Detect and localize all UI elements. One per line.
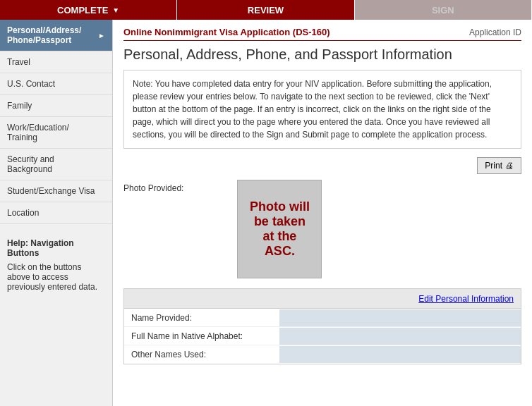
sidebar-item-security-label: Security andBackground [7, 154, 54, 174]
print-label: Print [485, 161, 502, 171]
photo-placeholder: Photo will be taken at the ASC. [237, 180, 322, 278]
step-review-label: REVIEW [248, 5, 284, 16]
main-layout: Personal/Address/Phone/Passport ► Travel… [0, 20, 532, 406]
sidebar-item-location-label: Location [7, 208, 39, 218]
sidebar-help: Help: Navigation Buttons Click on the bu… [0, 231, 112, 299]
progress-bar: COMPLETE ▼ REVIEW SIGN [0, 0, 532, 20]
step-sign[interactable]: SIGN [355, 0, 532, 20]
sidebar-item-family-label: Family [7, 101, 32, 111]
print-button[interactable]: Print 🖨 [477, 157, 521, 174]
sidebar-item-student-label: Student/Exchange Visa [7, 186, 95, 196]
sidebar-item-travel[interactable]: Travel [0, 51, 112, 73]
sidebar-item-travel-label: Travel [7, 57, 30, 67]
help-label: Help: [7, 238, 28, 248]
sidebar-item-personal-label: Personal/Address/Phone/Passport [7, 25, 81, 45]
print-area: Print 🖨 [123, 157, 521, 174]
note-text: Note: You have completed data entry for … [133, 79, 492, 140]
sidebar-item-work-education[interactable]: Work/Education/Training [0, 117, 112, 149]
help-description: Click on the buttons above to access pre… [7, 262, 105, 292]
step-review[interactable]: REVIEW [177, 0, 354, 20]
photo-placeholder-text: Photo will be taken at the ASC. [250, 199, 310, 259]
application-id-label: Application ID [469, 27, 521, 37]
sidebar-item-us-contact[interactable]: U.S. Contact [0, 73, 112, 95]
sidebar-item-personal-address[interactable]: Personal/Address/Phone/Passport ► [0, 20, 112, 51]
sidebar: Personal/Address/Phone/Passport ► Travel… [0, 20, 113, 406]
help-title: Help: Navigation Buttons [7, 238, 105, 258]
name-provided-label: Name Provided: [124, 310, 279, 326]
name-provided-value [279, 309, 521, 326]
app-title: Online Nonimmigrant Visa Application (DS… [123, 27, 330, 37]
table-row: Other Names Used: [124, 345, 521, 364]
table-row: Full Name in Native Alphabet: [124, 327, 521, 345]
sidebar-item-security-background[interactable]: Security andBackground [0, 149, 112, 180]
step-complete-arrow: ▼ [112, 6, 119, 14]
table-row: Name Provided: [124, 309, 521, 327]
sidebar-item-student-exchange[interactable]: Student/Exchange Visa [0, 180, 112, 202]
note-box: Note: You have completed data entry for … [123, 70, 521, 149]
step-complete-label: COMPLETE [57, 5, 108, 16]
sidebar-item-family[interactable]: Family [0, 95, 112, 117]
print-icon: 🖨 [505, 161, 514, 171]
chevron-right-icon: ► [98, 32, 105, 39]
info-section-header: Edit Personal Information [124, 289, 521, 309]
edit-personal-info-link[interactable]: Edit Personal Information [418, 294, 514, 304]
main-content: Online Nonimmigrant Visa Application (DS… [113, 20, 532, 406]
step-sign-label: SIGN [432, 5, 454, 16]
native-alphabet-label: Full Name in Native Alphabet: [124, 328, 279, 344]
info-section: Edit Personal Information Name Provided:… [123, 288, 521, 364]
sidebar-item-work-label: Work/Education/Training [7, 123, 69, 142]
sidebar-item-location[interactable]: Location [0, 202, 112, 224]
sidebar-item-us-contact-label: U.S. Contact [7, 79, 55, 89]
photo-section: Photo Provided: Photo will be taken at t… [123, 180, 521, 278]
other-names-value [279, 346, 521, 363]
photo-label: Photo Provided: [123, 180, 183, 193]
other-names-label: Other Names Used: [124, 347, 279, 362]
step-complete[interactable]: COMPLETE ▼ [0, 0, 177, 20]
app-header: Online Nonimmigrant Visa Application (DS… [123, 27, 521, 41]
page-title: Personal, Address, Phone, and Passport I… [123, 47, 521, 63]
native-alphabet-value [279, 328, 521, 345]
